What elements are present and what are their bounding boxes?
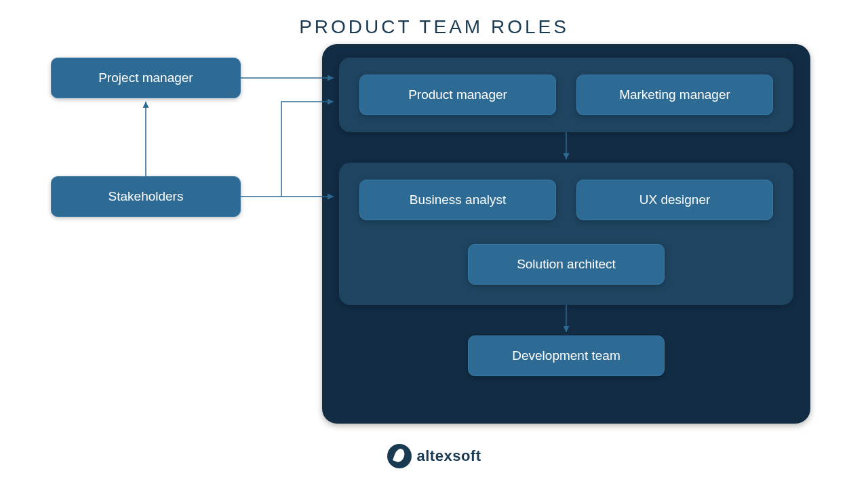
development-team-box: Development team xyxy=(468,336,665,376)
ux-designer-label: UX designer xyxy=(639,192,711,207)
stakeholders-box: Stakeholders xyxy=(51,176,241,217)
development-team-label: Development team xyxy=(512,348,620,363)
marketing-manager-box: Marketing manager xyxy=(576,75,773,115)
diagram-title: PRODUCT TEAM ROLES xyxy=(0,16,868,38)
analysis-design-group: Business analyst UX designer Solution ar… xyxy=(339,163,793,305)
solution-architect-label: Solution architect xyxy=(517,257,616,272)
product-manager-label: Product manager xyxy=(408,87,507,102)
product-team-container: Product manager Marketing manager Busine… xyxy=(322,44,810,424)
product-manager-box: Product manager xyxy=(359,75,556,115)
brand-logo-text: altexsoft xyxy=(417,447,481,465)
brand-logo-icon xyxy=(387,444,412,468)
management-group: Product manager Marketing manager xyxy=(339,58,793,132)
stakeholders-label: Stakeholders xyxy=(108,189,184,204)
brand-logo: altexsoft xyxy=(0,444,868,468)
project-manager-label: Project manager xyxy=(98,70,193,85)
project-manager-box: Project manager xyxy=(51,58,241,98)
solution-architect-box: Solution architect xyxy=(468,244,665,285)
business-analyst-box: Business analyst xyxy=(359,180,556,220)
business-analyst-label: Business analyst xyxy=(410,192,507,207)
marketing-manager-label: Marketing manager xyxy=(619,87,730,102)
ux-designer-box: UX designer xyxy=(576,180,773,220)
